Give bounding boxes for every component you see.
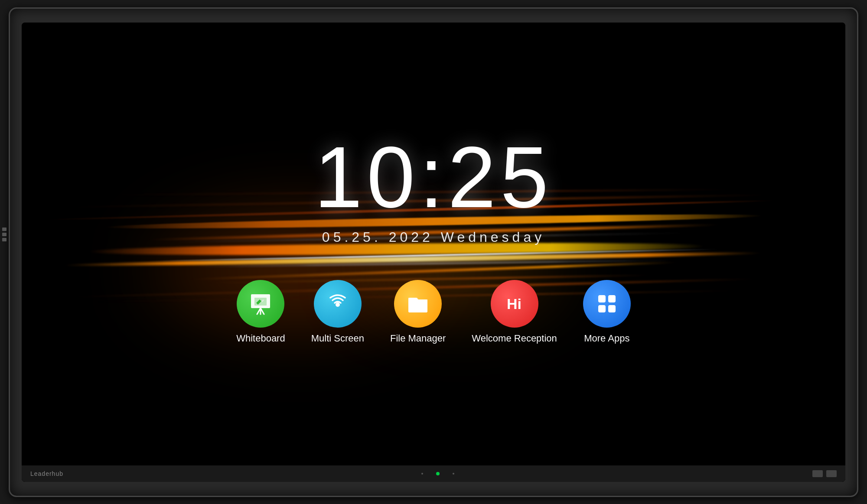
svg-point-5 [336,302,340,307]
welcome-label: Welcome Reception [472,333,557,344]
filemanager-icon[interactable] [394,280,442,328]
svg-rect-9 [608,295,616,302]
side-buttons[interactable] [2,228,7,241]
side-button-2[interactable] [2,233,7,236]
clock-date: 05.25. 2022 Wednesday [322,229,545,245]
multiscreen-label: Multi Screen [311,333,364,344]
svg-rect-10 [598,305,606,312]
multiscreen-svg [325,291,351,317]
svg-rect-6 [408,300,427,312]
clock-time: 10:25 [314,134,553,221]
svg-text:Hi: Hi [507,296,522,312]
app-filemanager[interactable]: File Manager [390,280,446,344]
svg-rect-11 [608,305,616,312]
svg-rect-8 [598,295,606,302]
whiteboard-icon[interactable] [237,280,284,328]
app-moreapps[interactable]: More Apps [583,280,631,344]
side-button-3[interactable] [2,238,7,241]
app-welcome[interactable]: Hi Welcome Reception [472,280,557,344]
whiteboard-label: Whiteboard [236,333,285,344]
monitor-outer: 10:25 05.25. 2022 Wednesday [9,7,858,497]
app-multiscreen[interactable]: Multi Screen [311,280,364,344]
welcome-icon[interactable]: Hi [491,280,538,328]
screen-content: 10:25 05.25. 2022 Wednesday [22,23,845,482]
moreapps-svg [594,291,620,317]
side-button-1[interactable] [2,228,7,231]
moreapps-icon[interactable] [583,280,631,328]
apps-row: Whiteboard Multi Screen [236,280,631,344]
moreapps-label: More Apps [584,333,629,344]
app-whiteboard[interactable]: Whiteboard [236,280,285,344]
welcome-svg: Hi [502,291,528,317]
filemanager-svg [405,291,431,317]
whiteboard-svg [248,291,274,317]
multiscreen-icon[interactable] [314,280,362,328]
monitor-bezel: 10:25 05.25. 2022 Wednesday [22,23,845,482]
filemanager-label: File Manager [390,333,446,344]
